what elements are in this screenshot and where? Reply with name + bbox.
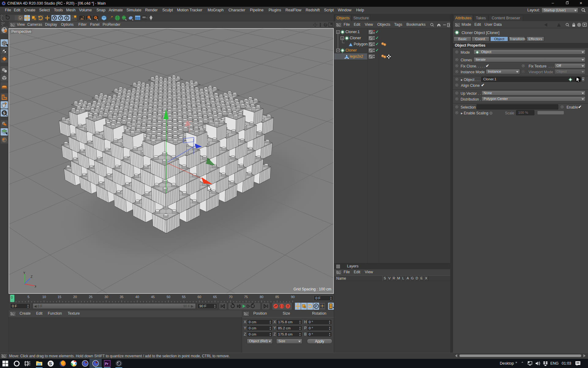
svg-text:25: 25 [89,295,92,299]
svg-text:P: P [315,305,317,308]
svg-text:5: 5 [28,295,29,299]
svg-text:70: 70 [229,295,232,299]
svg-text:65: 65 [213,295,217,299]
svg-text:Y: Y [60,16,62,20]
svg-text:90: 90 [291,295,295,299]
svg-text:45: 45 [151,295,155,299]
svg-text:30: 30 [104,295,108,299]
svg-text:60: 60 [198,295,201,299]
svg-text:Z: Z [31,275,32,278]
svg-text:75: 75 [244,295,248,299]
svg-text:15: 15 [58,295,61,299]
svg-text:Z: Z [66,16,68,20]
svg-text:Pr: Pr [105,362,109,366]
svg-text:85: 85 [275,295,279,299]
svg-text:X: X [35,285,36,288]
svg-text:40: 40 [135,295,139,299]
svg-text:10: 10 [42,295,46,299]
svg-text:20: 20 [73,295,77,299]
svg-text:35: 35 [120,295,123,299]
svg-text:S: S [49,361,52,366]
svg-text:50: 50 [167,295,170,299]
svg-text:S: S [3,111,6,115]
svg-text:80: 80 [260,295,263,299]
svg-text:?: ? [287,305,289,308]
svg-text:0: 0 [11,296,13,299]
svg-text:X: X [54,16,56,20]
svg-text:Y: Y [23,272,25,275]
svg-text:55: 55 [182,295,186,299]
